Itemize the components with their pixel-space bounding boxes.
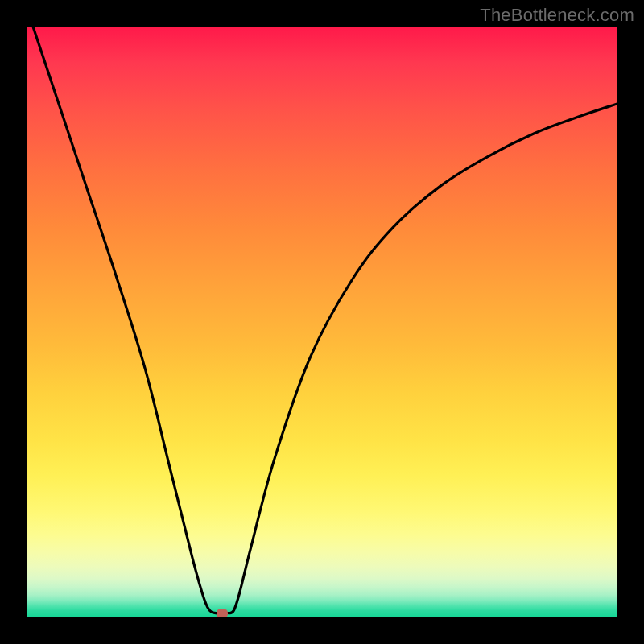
watermark-text: TheBottleneck.com	[480, 5, 634, 26]
chart-frame: TheBottleneck.com	[0, 0, 644, 644]
plot-area	[27, 27, 617, 617]
bottleneck-curve	[27, 27, 617, 617]
optimal-point-marker	[217, 609, 228, 617]
